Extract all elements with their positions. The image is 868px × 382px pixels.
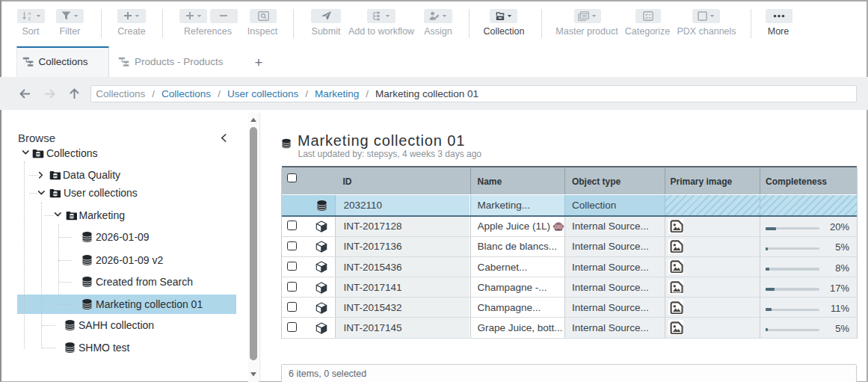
svg-text:A: A bbox=[28, 11, 31, 16]
svg-text:Z: Z bbox=[28, 16, 31, 21]
